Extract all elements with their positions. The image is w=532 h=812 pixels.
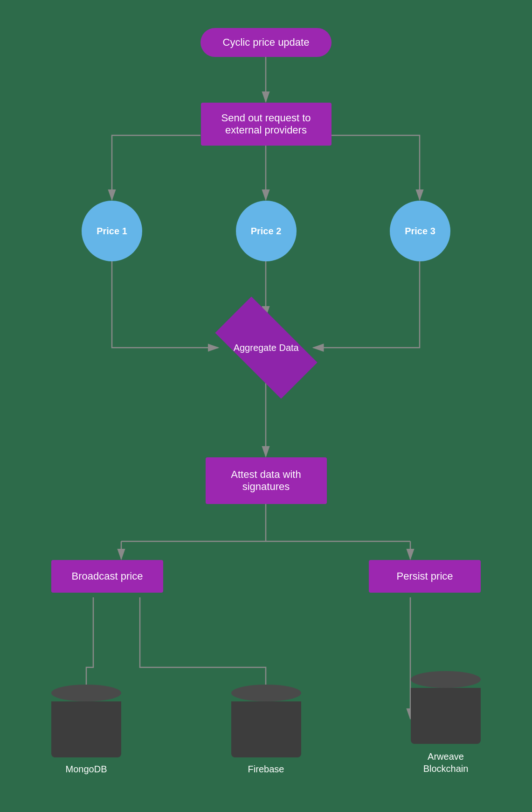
firebase-label: Firebase (248, 764, 284, 775)
price1-node: Price 1 (82, 201, 142, 261)
aggregate-data-label: Aggregate Data (233, 342, 298, 353)
broadcast-price-node: Broadcast price (51, 560, 163, 593)
firebase-db-top (231, 685, 301, 701)
mongodb-db-top (51, 685, 121, 701)
mongodb-db-body (51, 701, 121, 757)
diagram-container: Cyclic price update Send out request toe… (0, 0, 532, 812)
mongodb-db: MongoDB (51, 685, 121, 775)
arweave-db: ArweaveBlockchain (411, 671, 481, 775)
price2-node: Price 2 (236, 201, 297, 261)
send-request-node: Send out request toexternal providers (201, 103, 332, 146)
firebase-db: Firebase (231, 685, 301, 775)
persist-price-node: Persist price (369, 560, 481, 593)
mongodb-label: MongoDB (66, 764, 107, 775)
arweave-label: ArweaveBlockchain (423, 750, 469, 775)
price3-node: Price 3 (390, 201, 450, 261)
attest-data-node: Attest data withsignatures (206, 457, 327, 504)
aggregate-data-node: Aggregate Data (213, 317, 320, 378)
cyclic-price-update-node: Cyclic price update (200, 28, 332, 57)
firebase-db-body (231, 701, 301, 757)
arweave-db-top (411, 671, 481, 688)
arweave-db-body (411, 688, 481, 744)
